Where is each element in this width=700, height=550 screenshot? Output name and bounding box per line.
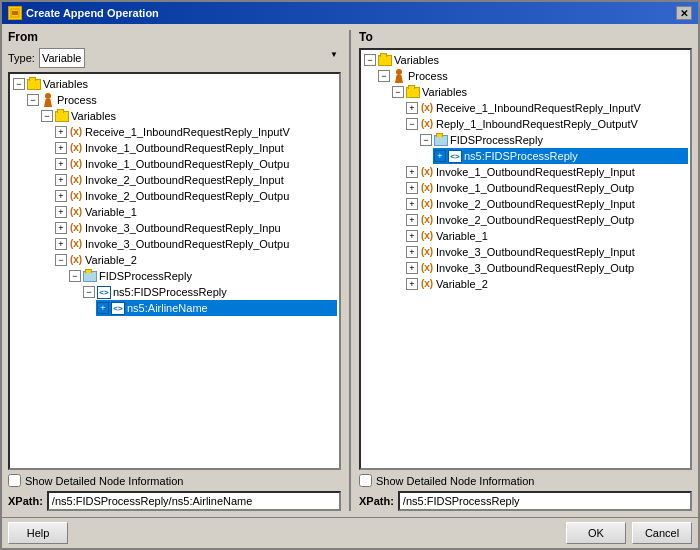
from-row-invoke2out[interactable]: + (x) Invoke_2_OutboundRequestReply_Outp… bbox=[54, 188, 337, 204]
to-row-invoke3in[interactable]: + (x) Invoke_3_OutboundRequestReply_Inpu… bbox=[405, 244, 688, 260]
from-node-invoke3out: + (x) Invoke_3_OutboundRequestReply_Outp… bbox=[54, 236, 337, 252]
to-row-variables2[interactable]: − Variables bbox=[391, 84, 688, 100]
to-toggle-invoke2in[interactable]: + bbox=[406, 198, 418, 210]
to-toggle-invoke1out[interactable]: + bbox=[406, 182, 418, 194]
from-row-variable2[interactable]: − (x) Variable_2 bbox=[54, 252, 337, 268]
from-row-variables[interactable]: − Variables bbox=[12, 76, 337, 92]
from-toggle-invoke2in[interactable]: + bbox=[55, 174, 67, 186]
from-toggle-ns5fids[interactable]: − bbox=[83, 286, 95, 298]
from-tree[interactable]: − Variables − bbox=[8, 72, 341, 470]
from-toggle-variable2[interactable]: − bbox=[55, 254, 67, 266]
from-node-ns5airline: + <> ns5:AirlineName bbox=[96, 300, 337, 316]
to-label-variables2: Variables bbox=[422, 84, 467, 100]
to-row-ns5fids[interactable]: + <> ns5:FIDSProcessReply bbox=[433, 148, 688, 164]
to-folder-icon-2 bbox=[406, 85, 420, 99]
to-toggle-receive1[interactable]: + bbox=[406, 102, 418, 114]
from-xpath-input[interactable] bbox=[47, 491, 341, 511]
to-toggle-invoke2out[interactable]: + bbox=[406, 214, 418, 226]
from-toggle-variable1[interactable]: + bbox=[55, 206, 67, 218]
from-toggle-variables2[interactable]: − bbox=[41, 110, 53, 122]
to-toggle-process[interactable]: − bbox=[378, 70, 390, 82]
xml-folder-icon bbox=[83, 269, 97, 283]
to-row-invoke2in[interactable]: + (x) Invoke_2_OutboundRequestReply_Inpu… bbox=[405, 196, 688, 212]
to-row-variable1[interactable]: + (x) Variable_1 bbox=[405, 228, 688, 244]
from-toggle-invoke3in[interactable]: + bbox=[55, 222, 67, 234]
to-xml-folder-icon bbox=[434, 133, 448, 147]
to-row-receive1[interactable]: + (x) Receive_1_InboundRequestReply_Inpu… bbox=[405, 100, 688, 116]
to-label: To bbox=[359, 30, 692, 44]
to-label-variable2: Variable_2 bbox=[436, 276, 488, 292]
to-row-invoke2out[interactable]: + (x) Invoke_2_OutboundRequestReply_Outp bbox=[405, 212, 688, 228]
to-row-process[interactable]: − Process bbox=[377, 68, 688, 84]
to-toggle-invoke3out[interactable]: + bbox=[406, 262, 418, 274]
to-node-invoke2in: + (x) Invoke_2_OutboundRequestReply_Inpu… bbox=[405, 196, 688, 212]
from-label-invoke3out: Invoke_3_OutboundRequestReply_Outpu bbox=[85, 236, 289, 252]
from-toggle-ns5airline[interactable]: + bbox=[97, 302, 109, 314]
to-toggle-variable2[interactable]: + bbox=[406, 278, 418, 290]
to-checkbox-row: Show Detailed Node Information bbox=[359, 474, 692, 487]
from-detail-checkbox[interactable] bbox=[8, 474, 21, 487]
var-icon-4: (x) bbox=[69, 173, 83, 187]
to-row-invoke1in[interactable]: + (x) Invoke_1_OutboundRequestReply_Inpu… bbox=[405, 164, 688, 180]
to-toggle-variable1[interactable]: + bbox=[406, 230, 418, 242]
from-toggle-fids[interactable]: − bbox=[69, 270, 81, 282]
cancel-button[interactable]: Cancel bbox=[632, 522, 692, 544]
to-label-invoke2in: Invoke_2_OutboundRequestReply_Input bbox=[436, 196, 635, 212]
to-row-fids[interactable]: − FIDSProcessReply bbox=[419, 132, 688, 148]
to-row-reply1[interactable]: − (x) Reply_1_InboundRequestReply_Output… bbox=[405, 116, 688, 132]
var-icon-6: (x) bbox=[69, 205, 83, 219]
from-row-invoke2in[interactable]: + (x) Invoke_2_OutboundRequestReply_Inpu… bbox=[54, 172, 337, 188]
var-icon-9: (x) bbox=[69, 253, 83, 267]
to-tree[interactable]: − Variables − bbox=[359, 48, 692, 470]
close-button[interactable]: ✕ bbox=[676, 6, 692, 20]
from-toggle-variables[interactable]: − bbox=[13, 78, 25, 90]
help-button[interactable]: Help bbox=[8, 522, 68, 544]
var-icon-2: (x) bbox=[69, 141, 83, 155]
to-xpath-input[interactable] bbox=[398, 491, 692, 511]
type-select[interactable]: Variable bbox=[39, 48, 85, 68]
from-detail-label: Show Detailed Node Information bbox=[25, 475, 183, 487]
to-row-variable2[interactable]: + (x) Variable_2 bbox=[405, 276, 688, 292]
var-icon-8: (x) bbox=[69, 237, 83, 251]
folder-icon bbox=[27, 77, 41, 91]
to-toggle-invoke1in[interactable]: + bbox=[406, 166, 418, 178]
from-node-process: − Process bbox=[26, 92, 337, 316]
to-toggle-variables[interactable]: − bbox=[364, 54, 376, 66]
from-row-process[interactable]: − Process bbox=[26, 92, 337, 108]
to-var-icon-4: (x) bbox=[420, 181, 434, 195]
to-toggle-reply1[interactable]: − bbox=[406, 118, 418, 130]
from-row-invoke3in[interactable]: + (x) Invoke_3_OutboundRequestReply_Inpu bbox=[54, 220, 337, 236]
from-xpath-row: XPath: bbox=[8, 491, 341, 511]
from-node-variable2: − (x) Variable_2 bbox=[54, 252, 337, 316]
from-row-variables2[interactable]: − Variables bbox=[40, 108, 337, 124]
folder-icon-2 bbox=[55, 109, 69, 123]
ok-button[interactable]: OK bbox=[566, 522, 626, 544]
type-label: Type: bbox=[8, 52, 35, 64]
from-toggle-invoke1[interactable]: + bbox=[55, 158, 67, 170]
from-toggle-receive1[interactable]: + bbox=[55, 126, 67, 138]
from-toggle-invoke3out[interactable]: + bbox=[55, 238, 67, 250]
from-row-receive1[interactable]: + (x) Receive_1_InboundRequestReply_Inpu… bbox=[54, 124, 337, 140]
from-row-invoke1[interactable]: + (x) Invoke_1_OutboundRequestReply_Outp… bbox=[54, 156, 337, 172]
to-row-variables[interactable]: − Variables bbox=[363, 52, 688, 68]
from-label-invoke1: Invoke_1_OutboundRequestReply_Outpu bbox=[85, 156, 289, 172]
to-row-invoke1out[interactable]: + (x) Invoke_1_OutboundRequestReply_Outp bbox=[405, 180, 688, 196]
to-toggle-variables2[interactable]: − bbox=[392, 86, 404, 98]
to-detail-checkbox[interactable] bbox=[359, 474, 372, 487]
from-row-ns5airline[interactable]: + <> ns5:AirlineName bbox=[96, 300, 337, 316]
to-label-invoke3in: Invoke_3_OutboundRequestReply_Input bbox=[436, 244, 635, 260]
from-toggle-process[interactable]: − bbox=[27, 94, 39, 106]
from-row-reply1[interactable]: + (x) Invoke_1_OutboundRequestReply_Inpu… bbox=[54, 140, 337, 156]
from-toggle-reply1[interactable]: + bbox=[55, 142, 67, 154]
to-toggle-fids[interactable]: − bbox=[420, 134, 432, 146]
to-toggle-invoke3in[interactable]: + bbox=[406, 246, 418, 258]
from-toggle-invoke2out[interactable]: + bbox=[55, 190, 67, 202]
from-row-variable1[interactable]: + (x) Variable_1 bbox=[54, 204, 337, 220]
from-row-ns5fids[interactable]: − <> ns5:FIDSProcessReply bbox=[82, 284, 337, 300]
type-row: Type: Variable bbox=[8, 48, 341, 68]
to-toggle-ns5fids[interactable]: + bbox=[434, 150, 446, 162]
from-row-invoke3out[interactable]: + (x) Invoke_3_OutboundRequestReply_Outp… bbox=[54, 236, 337, 252]
to-row-invoke3out[interactable]: + (x) Invoke_3_OutboundRequestReply_Outp bbox=[405, 260, 688, 276]
to-label-ns5fids: ns5:FIDSProcessReply bbox=[464, 148, 578, 164]
from-row-fids[interactable]: − FIDSProcessReply bbox=[68, 268, 337, 284]
